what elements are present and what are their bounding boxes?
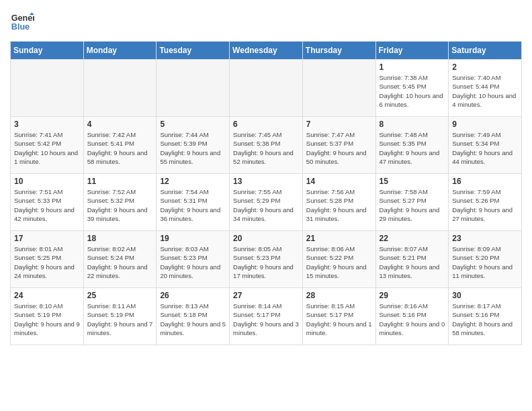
calendar-cell: 25Sunrise: 8:11 AM Sunset: 5:19 PM Dayli… xyxy=(83,288,157,345)
svg-text:Blue: Blue xyxy=(11,22,30,32)
calendar-cell: 24Sunrise: 8:10 AM Sunset: 5:19 PM Dayli… xyxy=(11,288,84,345)
day-number: 15 xyxy=(380,177,445,186)
day-number: 29 xyxy=(380,291,445,300)
day-number: 2 xyxy=(452,62,518,72)
day-info: Sunrise: 8:17 AM Sunset: 5:16 PM Dayligh… xyxy=(452,302,518,337)
day-number: 20 xyxy=(233,234,299,243)
calendar-cell: 11Sunrise: 7:52 AM Sunset: 5:32 PM Dayli… xyxy=(83,174,157,231)
day-number: 24 xyxy=(14,291,80,300)
col-header-monday: Monday xyxy=(83,42,157,60)
day-number: 30 xyxy=(452,291,518,300)
calendar-cell: 5Sunrise: 7:44 AM Sunset: 5:39 PM Daylig… xyxy=(157,117,230,174)
week-row-2: 3Sunrise: 7:41 AM Sunset: 5:42 PM Daylig… xyxy=(11,117,522,174)
logo: General Blue xyxy=(10,10,37,34)
calendar-cell: 13Sunrise: 7:55 AM Sunset: 5:29 PM Dayli… xyxy=(230,174,303,231)
day-info: Sunrise: 8:02 AM Sunset: 5:24 PM Dayligh… xyxy=(87,244,153,280)
day-number: 22 xyxy=(380,234,445,243)
day-info: Sunrise: 8:14 AM Sunset: 5:17 PM Dayligh… xyxy=(233,302,299,337)
day-number: 9 xyxy=(452,120,518,129)
col-header-wednesday: Wednesday xyxy=(230,42,303,60)
day-info: Sunrise: 7:44 AM Sunset: 5:39 PM Dayligh… xyxy=(160,130,226,166)
calendar-cell: 20Sunrise: 8:05 AM Sunset: 5:23 PM Dayli… xyxy=(230,231,303,288)
day-number: 18 xyxy=(87,234,153,243)
calendar-cell: 16Sunrise: 7:59 AM Sunset: 5:26 PM Dayli… xyxy=(449,174,522,231)
calendar-cell: 4Sunrise: 7:42 AM Sunset: 5:41 PM Daylig… xyxy=(83,117,157,174)
calendar-cell: 1Sunrise: 7:38 AM Sunset: 5:45 PM Daylig… xyxy=(375,60,449,117)
day-info: Sunrise: 8:10 AM Sunset: 5:19 PM Dayligh… xyxy=(14,302,80,337)
calendar-cell xyxy=(11,60,84,117)
col-header-sunday: Sunday xyxy=(11,42,84,60)
day-number: 25 xyxy=(87,291,153,300)
day-info: Sunrise: 7:51 AM Sunset: 5:33 PM Dayligh… xyxy=(14,187,80,223)
header-row: SundayMondayTuesdayWednesdayThursdayFrid… xyxy=(11,42,522,60)
calendar-cell: 17Sunrise: 8:01 AM Sunset: 5:25 PM Dayli… xyxy=(11,231,84,288)
day-info: Sunrise: 8:16 AM Sunset: 5:16 PM Dayligh… xyxy=(380,302,445,337)
day-number: 10 xyxy=(14,177,80,186)
calendar-cell: 27Sunrise: 8:14 AM Sunset: 5:17 PM Dayli… xyxy=(230,288,303,345)
day-info: Sunrise: 7:59 AM Sunset: 5:26 PM Dayligh… xyxy=(452,187,518,223)
day-info: Sunrise: 7:45 AM Sunset: 5:38 PM Dayligh… xyxy=(233,130,299,166)
week-row-3: 10Sunrise: 7:51 AM Sunset: 5:33 PM Dayli… xyxy=(11,174,522,231)
day-number: 12 xyxy=(160,177,226,186)
day-number: 21 xyxy=(306,234,372,243)
header: General Blue xyxy=(10,10,522,34)
col-header-saturday: Saturday xyxy=(449,42,522,60)
day-info: Sunrise: 7:54 AM Sunset: 5:31 PM Dayligh… xyxy=(160,187,226,223)
day-info: Sunrise: 7:55 AM Sunset: 5:29 PM Dayligh… xyxy=(233,187,299,223)
day-number: 7 xyxy=(306,120,372,129)
day-number: 23 xyxy=(452,234,518,243)
day-info: Sunrise: 7:48 AM Sunset: 5:35 PM Dayligh… xyxy=(380,130,445,166)
calendar-cell: 12Sunrise: 7:54 AM Sunset: 5:31 PM Dayli… xyxy=(157,174,230,231)
day-info: Sunrise: 7:40 AM Sunset: 5:44 PM Dayligh… xyxy=(452,73,518,109)
day-number: 19 xyxy=(160,234,226,243)
day-info: Sunrise: 8:07 AM Sunset: 5:21 PM Dayligh… xyxy=(380,244,445,280)
day-number: 6 xyxy=(233,120,299,129)
calendar-cell: 15Sunrise: 7:58 AM Sunset: 5:27 PM Dayli… xyxy=(375,174,449,231)
day-info: Sunrise: 8:06 AM Sunset: 5:22 PM Dayligh… xyxy=(306,244,372,280)
day-info: Sunrise: 8:05 AM Sunset: 5:23 PM Dayligh… xyxy=(233,244,299,280)
day-info: Sunrise: 7:42 AM Sunset: 5:41 PM Dayligh… xyxy=(87,130,153,166)
day-info: Sunrise: 8:13 AM Sunset: 5:18 PM Dayligh… xyxy=(160,302,226,337)
day-info: Sunrise: 8:09 AM Sunset: 5:20 PM Dayligh… xyxy=(452,244,518,280)
logo-icon: General Blue xyxy=(10,10,34,34)
calendar-cell xyxy=(83,60,157,117)
calendar-cell xyxy=(157,60,230,117)
col-header-thursday: Thursday xyxy=(302,42,375,60)
day-number: 26 xyxy=(160,291,226,300)
calendar-cell: 10Sunrise: 7:51 AM Sunset: 5:33 PM Dayli… xyxy=(11,174,84,231)
day-info: Sunrise: 7:58 AM Sunset: 5:27 PM Dayligh… xyxy=(380,187,445,223)
day-info: Sunrise: 8:01 AM Sunset: 5:25 PM Dayligh… xyxy=(14,244,80,280)
calendar-table: SundayMondayTuesdayWednesdayThursdayFrid… xyxy=(10,41,522,345)
day-number: 5 xyxy=(160,120,226,129)
day-number: 11 xyxy=(87,177,153,186)
day-info: Sunrise: 7:41 AM Sunset: 5:42 PM Dayligh… xyxy=(14,130,80,166)
calendar-cell: 23Sunrise: 8:09 AM Sunset: 5:20 PM Dayli… xyxy=(449,231,522,288)
col-header-tuesday: Tuesday xyxy=(157,42,230,60)
day-number: 14 xyxy=(306,177,372,186)
calendar-cell: 2Sunrise: 7:40 AM Sunset: 5:44 PM Daylig… xyxy=(449,60,522,117)
day-info: Sunrise: 7:49 AM Sunset: 5:34 PM Dayligh… xyxy=(452,130,518,166)
week-row-1: 1Sunrise: 7:38 AM Sunset: 5:45 PM Daylig… xyxy=(11,60,522,117)
day-info: Sunrise: 7:56 AM Sunset: 5:28 PM Dayligh… xyxy=(306,187,372,223)
day-number: 13 xyxy=(233,177,299,186)
calendar-cell xyxy=(230,60,303,117)
day-number: 4 xyxy=(87,120,153,129)
calendar-cell: 26Sunrise: 8:13 AM Sunset: 5:18 PM Dayli… xyxy=(157,288,230,345)
day-info: Sunrise: 7:47 AM Sunset: 5:37 PM Dayligh… xyxy=(306,130,372,166)
day-number: 28 xyxy=(306,291,372,300)
calendar-cell: 9Sunrise: 7:49 AM Sunset: 5:34 PM Daylig… xyxy=(449,117,522,174)
day-info: Sunrise: 8:03 AM Sunset: 5:23 PM Dayligh… xyxy=(160,244,226,280)
calendar-cell: 14Sunrise: 7:56 AM Sunset: 5:28 PM Dayli… xyxy=(302,174,375,231)
calendar-cell xyxy=(302,60,375,117)
calendar-cell: 3Sunrise: 7:41 AM Sunset: 5:42 PM Daylig… xyxy=(11,117,84,174)
day-number: 1 xyxy=(380,62,445,72)
calendar-cell: 19Sunrise: 8:03 AM Sunset: 5:23 PM Dayli… xyxy=(157,231,230,288)
day-number: 16 xyxy=(452,177,518,186)
calendar-cell: 22Sunrise: 8:07 AM Sunset: 5:21 PM Dayli… xyxy=(375,231,449,288)
day-number: 17 xyxy=(14,234,80,243)
week-row-5: 24Sunrise: 8:10 AM Sunset: 5:19 PM Dayli… xyxy=(11,288,522,345)
calendar-cell: 6Sunrise: 7:45 AM Sunset: 5:38 PM Daylig… xyxy=(230,117,303,174)
day-info: Sunrise: 8:11 AM Sunset: 5:19 PM Dayligh… xyxy=(87,302,153,337)
day-number: 8 xyxy=(380,120,445,129)
day-info: Sunrise: 7:52 AM Sunset: 5:32 PM Dayligh… xyxy=(87,187,153,223)
